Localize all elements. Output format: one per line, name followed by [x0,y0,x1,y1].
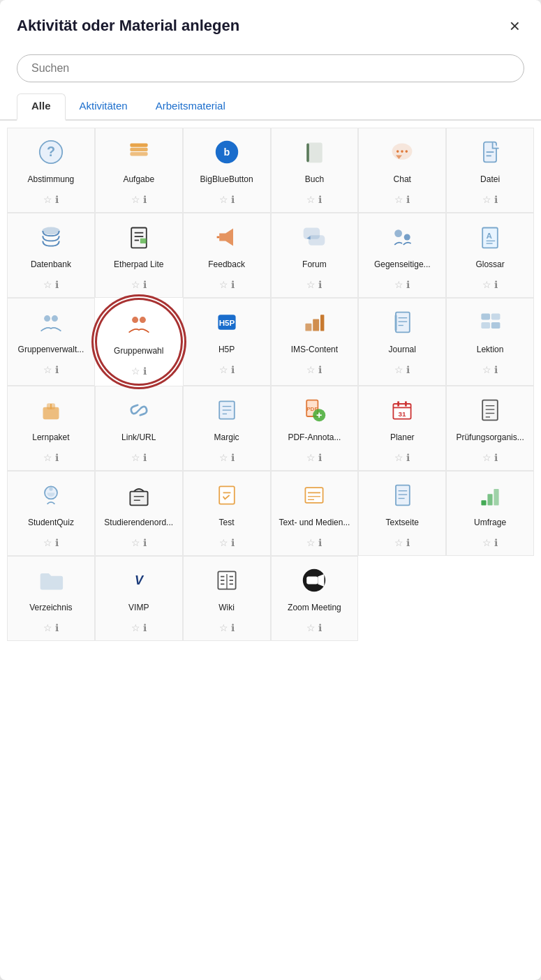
star-lernpaket[interactable]: ☆ [43,452,52,463]
info-test[interactable]: ℹ [231,537,235,548]
grid-item-test[interactable]: Test ☆ ℹ [183,471,271,556]
tab-arbeitsmaterial[interactable]: Arbeitsmaterial [142,93,239,121]
star-zoommeeting[interactable]: ☆ [306,622,316,633]
star-planer[interactable]: ☆ [394,452,403,463]
star-vimp[interactable]: ☆ [131,622,140,633]
star-h5p[interactable]: ☆ [219,364,228,375]
star-feedback[interactable]: ☆ [219,279,228,290]
info-studierendenord[interactable]: ℹ [143,537,147,548]
info-margic[interactable]: ℹ [231,452,235,463]
star-glossar[interactable]: ☆ [482,279,491,290]
grid-item-feedback[interactable]: Feedback ☆ ℹ [183,213,271,298]
info-abstimmung[interactable]: ℹ [55,194,59,205]
grid-item-zoommeeting[interactable]: Zoom Meeting ☆ ℹ [271,556,359,641]
info-linkurl[interactable]: ℹ [143,452,147,463]
info-lektion[interactable]: ℹ [494,364,498,375]
grid-item-margic[interactable]: Margic ☆ ℹ [183,386,271,471]
info-etherpadlite[interactable]: ℹ [143,279,147,290]
grid-item-textseite[interactable]: Textseite ☆ ℹ [358,471,446,556]
grid-item-pruefungsorganis[interactable]: Prüfungsorganis... ☆ ℹ [446,386,534,471]
star-pdfannota[interactable]: ☆ [306,452,316,463]
grid-item-textmedien[interactable]: Text- und Medien... ☆ ℹ [271,471,359,556]
star-gruppenverwalt[interactable]: ☆ [43,364,52,375]
grid-item-pdfannota[interactable]: PDF PDF-Annota... ☆ ℹ [271,386,359,471]
close-button[interactable]: × [505,15,524,36]
star-buch[interactable]: ☆ [306,194,316,205]
grid-item-lernpaket[interactable]: Lernpaket ☆ ℹ [7,386,95,471]
grid-item-buch[interactable]: Buch ☆ ℹ [271,128,359,213]
grid-item-datenbank[interactable]: Datenbank ☆ ℹ [7,213,95,298]
info-pruefungsorganis[interactable]: ℹ [494,452,498,463]
star-gegenseitige[interactable]: ☆ [394,279,403,290]
grid-item-vimp[interactable]: V VIMP ☆ ℹ [95,556,183,641]
grid-item-linkurl[interactable]: Link/URL ☆ ℹ [95,386,183,471]
star-umfrage[interactable]: ☆ [482,537,491,548]
info-pdfannota[interactable]: ℹ [318,452,322,463]
grid-item-abstimmung[interactable]: ? Abstimmung ☆ ℹ [7,128,95,213]
grid-item-glossar[interactable]: A Glossar ☆ ℹ [446,213,534,298]
star-datenbank[interactable]: ☆ [43,279,52,290]
grid-item-forum[interactable]: Forum ☆ ℹ [271,213,359,298]
info-forum[interactable]: ℹ [318,279,322,290]
star-margic[interactable]: ☆ [219,452,228,463]
info-buch[interactable]: ℹ [318,194,322,205]
info-textmedien[interactable]: ℹ [318,537,322,548]
info-bigbluebutton[interactable]: ℹ [231,194,235,205]
grid-item-datei[interactable]: Datei ☆ ℹ [446,128,534,213]
grid-item-gruppenwahl[interactable]: Gruppenwahl ☆ ℹ [95,298,183,386]
grid-item-aufgabe[interactable]: Aufgabe ☆ ℹ [95,128,183,213]
info-zoommeeting[interactable]: ℹ [318,622,322,633]
info-imscontent[interactable]: ℹ [318,364,322,375]
grid-item-journal[interactable]: Journal ☆ ℹ [358,298,446,386]
info-datenbank[interactable]: ℹ [55,279,59,290]
star-test[interactable]: ☆ [219,537,228,548]
star-bigbluebutton[interactable]: ☆ [219,194,228,205]
grid-item-wiki[interactable]: Wiki ☆ ℹ [183,556,271,641]
grid-item-h5p[interactable]: H5P H5P ☆ ℹ [183,298,271,386]
star-studierendenord[interactable]: ☆ [131,537,140,548]
info-h5p[interactable]: ℹ [231,364,235,375]
info-datei[interactable]: ℹ [494,194,498,205]
grid-item-chat[interactable]: Chat ☆ ℹ [358,128,446,213]
star-forum[interactable]: ☆ [306,279,316,290]
star-journal[interactable]: ☆ [394,364,403,375]
info-aufgabe[interactable]: ℹ [143,194,147,205]
info-journal[interactable]: ℹ [406,364,410,375]
info-vimp[interactable]: ℹ [143,622,147,633]
star-verzeichnis[interactable]: ☆ [43,622,52,633]
info-wiki[interactable]: ℹ [231,622,235,633]
info-verzeichnis[interactable]: ℹ [55,622,59,633]
info-gruppenverwalt[interactable]: ℹ [55,364,59,375]
info-planer[interactable]: ℹ [406,452,410,463]
star-aufgabe[interactable]: ☆ [131,194,140,205]
tab-aktivitaeten[interactable]: Aktivitäten [66,93,142,121]
star-imscontent[interactable]: ☆ [306,364,316,375]
info-lernpaket[interactable]: ℹ [55,452,59,463]
star-studentquiz[interactable]: ☆ [43,537,52,548]
star-gruppenwahl[interactable]: ☆ [131,365,140,377]
grid-item-imscontent[interactable]: IMS-Content ☆ ℹ [271,298,359,386]
info-umfrage[interactable]: ℹ [494,537,498,548]
grid-item-bigbluebutton[interactable]: b BigBlueButton ☆ ℹ [183,128,271,213]
star-textseite[interactable]: ☆ [394,537,403,548]
grid-item-umfrage[interactable]: Umfrage ☆ ℹ [446,471,534,556]
star-pruefungsorganis[interactable]: ☆ [482,452,491,463]
grid-item-studierendenord[interactable]: Studierendenord... ☆ ℹ [95,471,183,556]
star-lektion[interactable]: ☆ [482,364,491,375]
star-datei[interactable]: ☆ [482,194,491,205]
info-gruppenwahl[interactable]: ℹ [143,365,147,377]
info-chat[interactable]: ℹ [406,194,410,205]
grid-item-planer[interactable]: 31 Planer ☆ ℹ [358,386,446,471]
star-textmedien[interactable]: ☆ [306,537,316,548]
star-wiki[interactable]: ☆ [219,622,228,633]
grid-item-gruppenverwalt[interactable]: Gruppenverwalt... ☆ ℹ [7,298,95,386]
grid-item-lektion[interactable]: Lektion ☆ ℹ [446,298,534,386]
grid-item-gegenseitige[interactable]: Gegenseitige... ☆ ℹ [358,213,446,298]
info-feedback[interactable]: ℹ [231,279,235,290]
tab-alle[interactable]: Alle [17,93,66,121]
info-studentquiz[interactable]: ℹ [55,537,59,548]
search-input[interactable] [17,54,524,82]
info-textseite[interactable]: ℹ [406,537,410,548]
grid-item-verzeichnis[interactable]: Verzeichnis ☆ ℹ [7,556,95,641]
info-gegenseitige[interactable]: ℹ [406,279,410,290]
